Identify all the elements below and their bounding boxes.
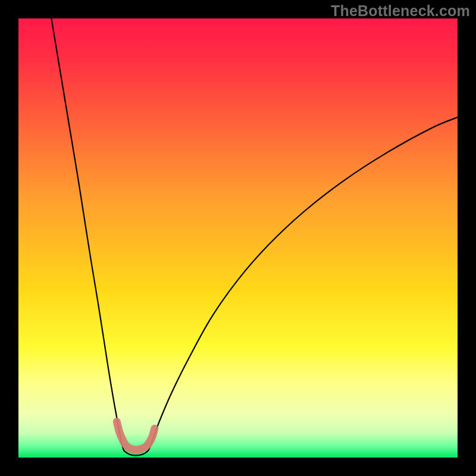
- bottleneck-curve-chart: [18, 18, 458, 458]
- chart-area: [18, 18, 458, 458]
- gradient-background: [18, 18, 458, 458]
- watermark-text: TheBottleneck.com: [331, 2, 470, 20]
